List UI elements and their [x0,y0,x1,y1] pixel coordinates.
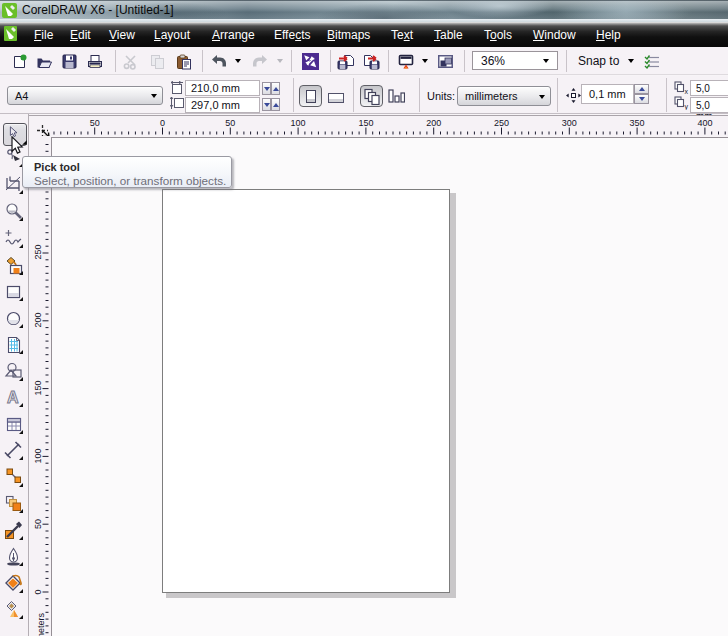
svg-text:millimeters: millimeters [36,612,46,636]
svg-text:300: 300 [562,118,577,128]
svg-text:0: 0 [33,589,43,594]
svg-text:400: 400 [697,118,712,128]
svg-text:250: 250 [33,244,43,259]
svg-text:100: 100 [291,118,306,128]
svg-text:100: 100 [33,448,43,463]
svg-text:A: A [7,389,19,406]
svg-text:150: 150 [33,380,43,395]
svg-text:350: 350 [630,118,645,128]
svg-text:y: y [685,103,689,110]
svg-text:200: 200 [33,312,43,327]
svg-text:50: 50 [90,118,100,128]
svg-text:x: x [685,88,689,95]
svg-text:50: 50 [225,118,235,128]
svg-text:0: 0 [160,118,165,128]
svg-text:250: 250 [494,118,509,128]
svg-text:150: 150 [358,118,373,128]
svg-text:50: 50 [33,519,43,529]
svg-text:200: 200 [426,118,441,128]
